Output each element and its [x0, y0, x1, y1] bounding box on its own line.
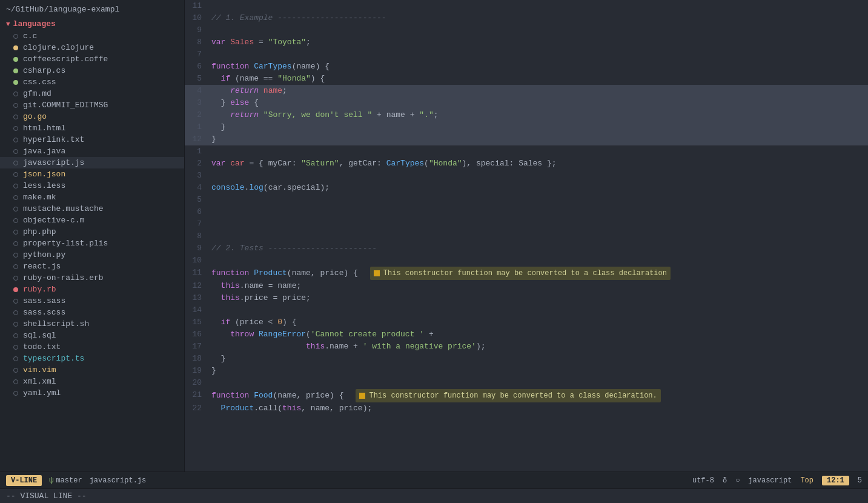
file-item[interactable]: clojure.clojure	[0, 42, 184, 53]
file-item[interactable]: javascript.js	[0, 157, 184, 168]
cursor-position: 12:1	[822, 476, 849, 485]
file-dot-icon	[13, 45, 18, 50]
file-dot-icon	[13, 333, 18, 338]
line-number: 12	[185, 280, 209, 292]
file-item[interactable]: coffeescript.coffe	[0, 53, 184, 65]
line-content: }	[209, 133, 868, 145]
file-dot-icon	[13, 115, 18, 119]
line-content: Product.call(this, name, price);	[209, 402, 868, 415]
code-line: 4console.log(car.special);	[185, 182, 868, 194]
file-name-label: react.js	[23, 262, 61, 271]
file-item[interactable]: shellscript.sh	[0, 318, 184, 330]
code-line: 6	[185, 206, 868, 218]
editor: 1110// 1. Example ----------------------…	[185, 0, 868, 471]
language-item: javascript	[748, 476, 792, 485]
file-item[interactable]: xml.xml	[0, 376, 184, 387]
line-number: 8	[185, 36, 209, 48]
file-item[interactable]: yaml.yml	[0, 387, 184, 399]
file-item[interactable]: property-list.plis	[0, 238, 184, 249]
file-name-label: ruby-on-rails.erb	[23, 273, 104, 282]
file-item[interactable]: csharp.cs	[0, 65, 184, 76]
file-name-label: css.css	[23, 78, 56, 87]
file-name-label: ruby.rb	[23, 285, 56, 294]
code-line: 14	[185, 304, 868, 316]
file-item[interactable]: sql.sql	[0, 330, 184, 341]
code-area[interactable]: 1110// 1. Example ----------------------…	[185, 0, 868, 471]
code-line: 9	[185, 24, 868, 36]
file-name-label: gfm.md	[23, 89, 51, 98]
code-line: 4 return name;	[185, 85, 868, 97]
file-item[interactable]: gfm.md	[0, 88, 184, 99]
vim-bar: -- VISUAL LINE --	[0, 488, 868, 503]
line-number: 4	[185, 182, 209, 194]
code-line: 15 if (price < 0) {	[185, 316, 868, 328]
file-dot-icon	[13, 299, 18, 304]
code-line: 10// 1. Example -----------------------	[185, 12, 868, 24]
file-item[interactable]: sass.scss	[0, 307, 184, 318]
code-line: 5	[185, 194, 868, 206]
file-item[interactable]: java.java	[0, 145, 184, 157]
file-dot-icon	[13, 322, 18, 327]
code-line: 16 throw RangeError('Cannot create produ…	[185, 328, 868, 341]
file-dot-icon	[13, 368, 18, 373]
file-dot-icon	[13, 184, 18, 188]
file-item[interactable]: css.css	[0, 76, 184, 88]
file-dot-icon	[13, 264, 18, 269]
file-dot-icon	[13, 57, 18, 62]
file-name-label: vim.vim	[23, 365, 56, 375]
file-item[interactable]: html.html	[0, 122, 184, 134]
code-line: 11function Product(name, price) {This co…	[185, 267, 868, 280]
branch-item: ψ master	[49, 476, 82, 485]
file-item[interactable]: python.py	[0, 249, 184, 261]
code-line: 7	[185, 48, 868, 61]
file-dot-icon	[13, 241, 18, 246]
file-item[interactable]: less.less	[0, 180, 184, 192]
file-dot-icon	[13, 195, 18, 200]
file-item[interactable]: git.COMMIT_EDITMSG	[0, 99, 184, 111]
file-name-label: clojure.clojure	[23, 43, 94, 52]
file-item[interactable]: ruby.rb	[0, 284, 184, 295]
line-number: 1	[185, 145, 209, 158]
file-name-label: xml.xml	[23, 377, 56, 386]
file-item[interactable]: sass.sass	[0, 295, 184, 307]
file-name-label: javascript.js	[23, 158, 84, 167]
sidebar: ~/GitHub/language-exampl ▼ languages c.c…	[0, 0, 185, 471]
file-item[interactable]: hyperlink.txt	[0, 134, 184, 145]
file-name-label: c.c	[23, 32, 37, 41]
file-item[interactable]: vim.vim	[0, 364, 184, 376]
code-line: 3 } else {	[185, 97, 868, 109]
code-line: 6function CarTypes(name) {	[185, 61, 868, 73]
file-item[interactable]: typescript.ts	[0, 353, 184, 364]
file-item[interactable]: go.go	[0, 111, 184, 122]
file-item[interactable]: mustache.mustache	[0, 203, 184, 215]
code-line: 22 Product.call(this, name, price);	[185, 402, 868, 415]
file-item[interactable]: objective-c.m	[0, 215, 184, 226]
line-number: 3	[185, 170, 209, 182]
line-number: 16	[185, 328, 209, 341]
file-item[interactable]: todo.txt	[0, 341, 184, 353]
line-number: 6	[185, 61, 209, 73]
file-item[interactable]: php.php	[0, 226, 184, 238]
line-content: return name;	[209, 85, 868, 97]
line-number: 9	[185, 242, 209, 255]
file-item[interactable]: react.js	[0, 261, 184, 272]
file-item[interactable]: make.mk	[0, 192, 184, 203]
file-name-label: typescript.ts	[23, 354, 84, 363]
line-number: 15	[185, 316, 209, 328]
file-dot-icon	[13, 391, 18, 396]
code-line: 21function Food(name, price) {This const…	[185, 389, 868, 402]
filename-item: javascript.js	[90, 476, 147, 485]
file-dot-icon	[13, 138, 18, 142]
file-item[interactable]: json.json	[0, 168, 184, 180]
line-content: this.price = price;	[209, 292, 868, 304]
folder-name: languages	[13, 19, 56, 28]
line-number: 17	[185, 341, 209, 353]
file-name-label: python.py	[23, 250, 65, 259]
file-item[interactable]: c.c	[0, 30, 184, 42]
sidebar-folder[interactable]: ▼ languages	[0, 18, 184, 30]
file-item[interactable]: ruby-on-rails.erb	[0, 272, 184, 284]
hint-box: This constructor function may be convert…	[370, 267, 671, 280]
code-line: 20	[185, 377, 868, 389]
line-content: }	[209, 121, 868, 133]
folder-arrow-icon: ▼	[6, 21, 10, 28]
